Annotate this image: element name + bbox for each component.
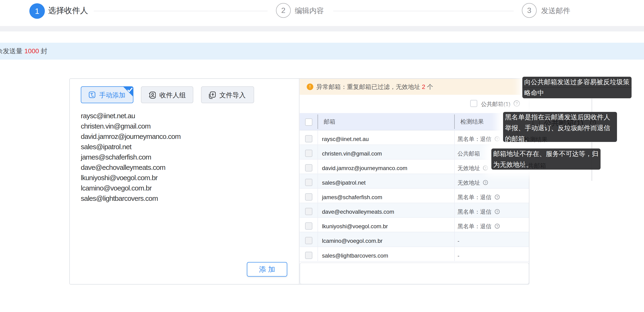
svg-text:?: ?	[496, 195, 498, 199]
svg-text:?: ?	[496, 225, 498, 228]
svg-text:?: ?	[484, 181, 486, 185]
svg-text:?: ?	[592, 121, 594, 125]
svg-text:?: ?	[496, 210, 498, 214]
